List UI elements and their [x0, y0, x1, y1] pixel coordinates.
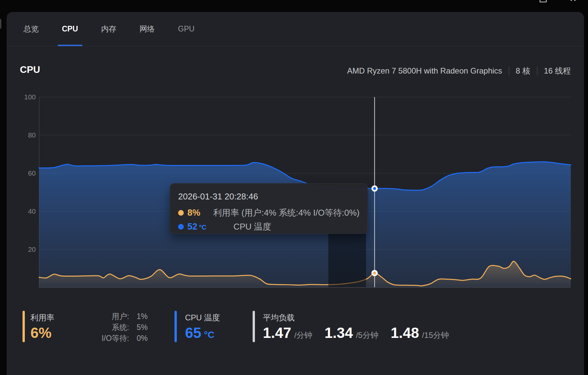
tab-memory[interactable]: 内存 [100, 12, 118, 46]
tooltip-temperature-value: 52°C [187, 222, 233, 232]
load-average-label: 平均负载 [263, 312, 295, 323]
substat-user: 用户:1% [83, 311, 148, 322]
cpu-threads: 16 线程 [544, 66, 571, 76]
load-5min-value: 1.34 [324, 325, 353, 341]
utilization-dot-icon [178, 210, 184, 216]
load-1min-value: 1.47 [263, 325, 291, 341]
tooltip-temperature-label: CPU 温度 [233, 221, 271, 233]
load-1min-unit: /分钟 [294, 330, 313, 341]
y-axis-label: 60 [10, 169, 36, 177]
load-15min-value: 1.48 [391, 325, 419, 341]
tooltip-utilization-value: 8% [187, 208, 213, 218]
substat-iowait: I/O等待:0% [83, 333, 148, 344]
tab-cpu[interactable]: CPU [61, 12, 79, 46]
screen: ✕ 总览 CPU 内存 网络 GPU CPU AMD Ryzen 7 5800H… [0, 0, 588, 375]
background-window-edge [0, 19, 1, 29]
meta-divider [509, 67, 509, 75]
chart-tooltip: 2026-01-31 20:28:46 8% 利用率 (用户:4% 系统:4% … [170, 183, 368, 234]
tooltip-utilization-label: 利用率 (用户:4% 系统:4% I/O等待:0%) [213, 207, 360, 219]
utilization-breakdown: 用户:1% 系统:5% I/O等待:0% [83, 311, 148, 344]
load-color-bar [253, 311, 255, 342]
tooltip-row-temperature: 52°C CPU 温度 [178, 220, 360, 234]
cpu-meta: AMD Ryzen 7 5800H with Radeon Graphics 8… [347, 66, 571, 76]
temperature-label: CPU 温度 [185, 312, 220, 323]
y-axis-label: 80 [10, 131, 36, 139]
tooltip-row-utilization: 8% 利用率 (用户:4% 系统:4% I/O等待:0%) [178, 206, 360, 220]
system-monitor-panel: 总览 CPU 内存 网络 GPU CPU AMD Ryzen 7 5800H w… [7, 12, 584, 375]
cpu-cores: 8 核 [516, 66, 530, 76]
meta-divider [537, 67, 537, 75]
tab-bar: 总览 CPU 内存 网络 GPU [23, 12, 195, 46]
temperature-dot-icon [178, 224, 184, 230]
y-axis-label: 100 [10, 93, 36, 101]
temperature-value: 65°C [185, 325, 214, 341]
utilization-value: 6% [30, 325, 52, 341]
cpu-model: AMD Ryzen 7 5800H with Radeon Graphics [347, 66, 502, 76]
substat-system: 系统:5% [83, 322, 148, 333]
tab-gpu[interactable]: GPU [177, 12, 196, 46]
tooltip-timestamp: 2026-01-31 20:28:46 [178, 191, 360, 202]
tab-bar-divider [7, 46, 584, 46]
tab-overview[interactable]: 总览 [23, 12, 40, 46]
close-button[interactable]: ✕ [569, 0, 577, 2]
maximize-button[interactable] [540, 0, 547, 2]
load-5min-unit: /5分钟 [356, 330, 378, 341]
tab-network[interactable]: 网络 [139, 12, 156, 46]
utilization-label: 利用率 [30, 312, 54, 323]
y-axis-label: 40 [10, 207, 36, 215]
utilization-color-bar [23, 311, 25, 342]
load-15min-unit: /15分钟 [422, 330, 449, 341]
y-axis-label: 20 [10, 245, 36, 253]
temperature-color-bar [174, 311, 177, 342]
page-title: CPU [20, 64, 40, 75]
load-average-values: 1.47 /分钟 1.34 /5分钟 1.48 /15分钟 [263, 325, 449, 341]
